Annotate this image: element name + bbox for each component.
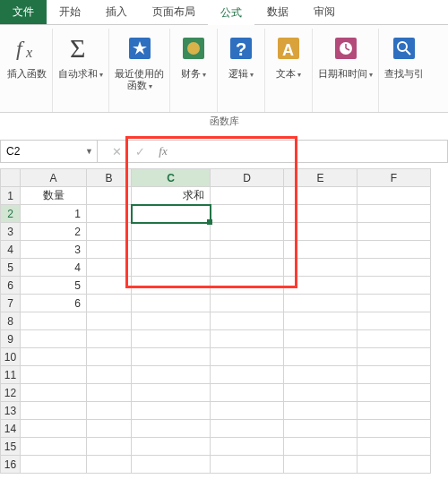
cell[interactable] [284, 366, 358, 384]
cell-A1[interactable]: 数量 [21, 187, 87, 205]
select-all-corner[interactable] [1, 169, 21, 187]
ribbon-insert-function[interactable]: fx 插入函数 [2, 29, 53, 112]
cell-F1[interactable] [358, 187, 431, 205]
cell-B5[interactable] [87, 259, 132, 277]
formula-fx-button[interactable]: fx [151, 141, 175, 162]
cell[interactable] [358, 384, 431, 402]
cell[interactable] [21, 312, 87, 330]
cell[interactable] [21, 366, 87, 384]
cell[interactable] [358, 366, 431, 384]
tab-insert[interactable]: 插入 [93, 0, 140, 24]
cell[interactable] [132, 438, 211, 456]
cell[interactable] [132, 348, 211, 366]
ribbon-lookup[interactable]: 查找与引 [379, 29, 429, 112]
col-header-B[interactable]: B [87, 169, 132, 187]
cell-D4[interactable] [211, 241, 284, 259]
row-header[interactable]: 2 [1, 205, 21, 223]
cell[interactable] [132, 402, 211, 420]
cell[interactable] [21, 348, 87, 366]
cell-B7[interactable] [87, 295, 132, 312]
cell-F7[interactable] [358, 295, 431, 312]
cell-E3[interactable] [284, 223, 358, 241]
col-header-C[interactable]: C [132, 169, 211, 187]
tab-formula[interactable]: 公式 [208, 1, 254, 25]
cell-E4[interactable] [284, 241, 358, 259]
cell[interactable] [284, 348, 358, 366]
cell-E7[interactable] [284, 295, 358, 312]
cell[interactable] [284, 384, 358, 402]
cell-A3[interactable]: 2 [21, 223, 87, 241]
cell[interactable] [132, 330, 211, 348]
cell[interactable] [87, 384, 132, 402]
spreadsheet-grid[interactable]: A B C D E F 1 数量 求和 2 1 3 2 4 3 5 4 6 5 … [0, 168, 431, 474]
cell[interactable] [358, 330, 431, 348]
cell-E5[interactable] [284, 259, 358, 277]
cell[interactable] [358, 348, 431, 366]
cell[interactable] [87, 438, 132, 456]
cell[interactable] [358, 438, 431, 456]
cell-E6[interactable] [284, 277, 358, 295]
cell-E1[interactable] [284, 187, 358, 205]
cell[interactable] [358, 420, 431, 438]
tab-page-layout[interactable]: 页面布局 [140, 0, 208, 24]
cell[interactable] [21, 402, 87, 420]
row-header[interactable]: 6 [1, 277, 21, 295]
cell-F5[interactable] [358, 259, 431, 277]
cell[interactable] [358, 456, 431, 474]
cell-F3[interactable] [358, 223, 431, 241]
cell[interactable] [211, 438, 284, 456]
cell[interactable] [211, 348, 284, 366]
cell-C7[interactable] [132, 295, 211, 312]
cell[interactable] [21, 384, 87, 402]
ribbon-logic[interactable]: ? 逻辑▾ [218, 29, 265, 112]
row-header[interactable]: 15 [1, 438, 21, 456]
cell[interactable] [211, 402, 284, 420]
cell[interactable] [284, 402, 358, 420]
cell-C4[interactable] [132, 241, 211, 259]
ribbon-datetime[interactable]: 日期和时间▾ [313, 29, 379, 112]
cell-B6[interactable] [87, 277, 132, 295]
cell[interactable] [87, 366, 132, 384]
fill-handle[interactable] [207, 219, 212, 225]
tab-review[interactable]: 审阅 [301, 0, 348, 24]
cell[interactable] [211, 420, 284, 438]
cell[interactable] [211, 330, 284, 348]
row-header[interactable]: 13 [1, 402, 21, 420]
cell-F2[interactable] [358, 205, 431, 223]
formula-enter-button[interactable]: ✓ [128, 141, 151, 162]
cell-C2[interactable] [132, 205, 211, 223]
cell[interactable] [284, 438, 358, 456]
cell[interactable] [358, 402, 431, 420]
col-header-A[interactable]: A [21, 169, 87, 187]
cell[interactable] [284, 330, 358, 348]
row-header[interactable]: 1 [1, 187, 21, 205]
row-header[interactable]: 12 [1, 384, 21, 402]
cell[interactable] [211, 366, 284, 384]
cell[interactable] [87, 402, 132, 420]
row-header[interactable]: 5 [1, 259, 21, 277]
cell[interactable] [284, 312, 358, 330]
cell[interactable] [132, 312, 211, 330]
row-header[interactable]: 8 [1, 312, 21, 330]
cell[interactable] [132, 384, 211, 402]
cell[interactable] [284, 420, 358, 438]
row-header[interactable]: 14 [1, 420, 21, 438]
cell[interactable] [21, 438, 87, 456]
cell[interactable] [132, 456, 211, 474]
row-header[interactable]: 9 [1, 330, 21, 348]
row-header[interactable]: 10 [1, 348, 21, 366]
cell-B1[interactable] [87, 187, 132, 205]
row-header[interactable]: 3 [1, 223, 21, 241]
tab-home[interactable]: 开始 [47, 0, 93, 24]
cell[interactable] [284, 456, 358, 474]
cell[interactable] [132, 366, 211, 384]
cell[interactable] [87, 312, 132, 330]
formula-input[interactable] [175, 141, 447, 162]
cell-C6[interactable] [132, 277, 211, 295]
cell-D7[interactable] [211, 295, 284, 312]
cell[interactable] [21, 420, 87, 438]
cell[interactable] [87, 456, 132, 474]
cell[interactable] [87, 330, 132, 348]
row-header[interactable]: 16 [1, 456, 21, 474]
cell[interactable] [211, 312, 284, 330]
